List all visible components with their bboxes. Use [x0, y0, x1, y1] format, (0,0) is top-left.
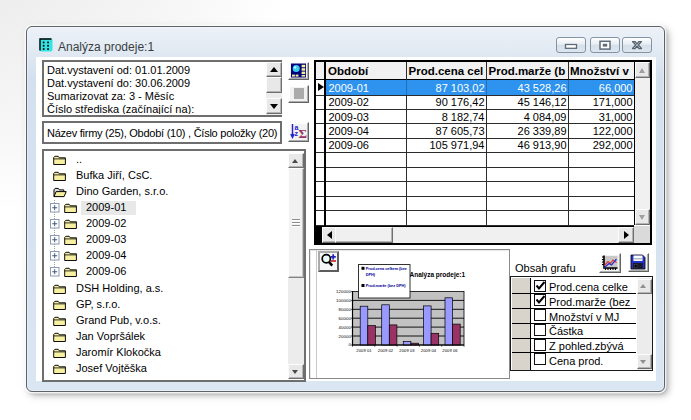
svg-text:2009 03: 2009 03 [399, 348, 415, 353]
svg-text:80000: 80000 [339, 307, 352, 312]
svg-text:DPH): DPH) [366, 272, 376, 277]
svg-text:20000: 20000 [339, 334, 352, 339]
svg-text:120000: 120000 [336, 289, 351, 294]
svg-text:40000: 40000 [339, 325, 352, 330]
svg-text:100000: 100000 [336, 298, 351, 303]
svg-text:Prod.cena celkem (bez: Prod.cena celkem (bez [366, 266, 407, 271]
svg-text:Σ: Σ [298, 126, 307, 141]
svg-text:60000: 60000 [339, 316, 352, 321]
svg-text:2009 02: 2009 02 [378, 348, 394, 353]
svg-text:Prod.marže (bez DPH): Prod.marže (bez DPH) [366, 283, 406, 288]
svg-text:2009 04: 2009 04 [421, 348, 437, 353]
svg-text:Analýza prodeje:1: Analýza prodeje:1 [410, 271, 466, 279]
svg-text:2009 06: 2009 06 [442, 348, 458, 353]
svg-text:2009 01: 2009 01 [356, 348, 372, 353]
